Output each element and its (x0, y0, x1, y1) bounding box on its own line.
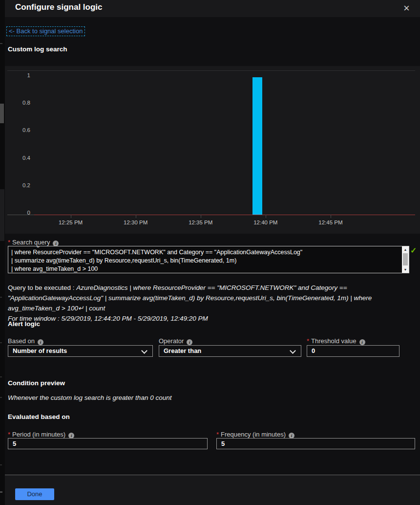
frequency-label: *Frequency (in minutes)i (216, 430, 294, 439)
summary-prefix: Query to be executed : (8, 284, 76, 291)
x-axis-tick-label: 12:40 PM (244, 220, 288, 225)
required-marker: * (8, 239, 10, 246)
scroll-up-icon[interactable]: ▲ (402, 246, 409, 253)
y-axis-tick-label: 0.6 (0, 127, 30, 133)
chart-top-border (7, 70, 415, 71)
x-axis-tick-label: 12:30 PM (114, 220, 158, 225)
preview-bar-chart: 10.80.60.40.2012:25 PM12:30 PM12:35 PM12… (0, 66, 420, 234)
evaluated-based-on-heading: Evaluated based on (8, 413, 70, 420)
left-edge-tick (0, 43, 2, 44)
configure-signal-logic-panel: Configure signal logic × <- Back to sign… (0, 0, 420, 505)
custom-log-search-heading: Custom log search (8, 45, 67, 53)
y-axis-tick-label: 0.4 (0, 155, 30, 161)
x-axis-tick (201, 215, 201, 218)
done-button[interactable]: Done (15, 488, 54, 500)
scroll-down-icon[interactable]: ▼ (402, 266, 409, 273)
query-valid-check-icon: ✓ (410, 246, 417, 255)
period-label: *Period (in minutes)i (8, 430, 74, 439)
left-edge-tick (0, 397, 2, 398)
left-edge-tick (0, 491, 2, 493)
required-marker: * (307, 337, 309, 345)
based-on-label: Based oni (8, 336, 43, 345)
x-axis-tick-label: 12:25 PM (49, 220, 93, 225)
x-axis-tick (71, 215, 71, 218)
threshold-value-input[interactable]: 0 (307, 345, 399, 357)
left-edge-tick (0, 342, 2, 343)
info-icon[interactable]: i (187, 339, 192, 345)
footer (5, 475, 420, 505)
scrollbar-thumb[interactable] (403, 253, 408, 265)
page-title: Configure signal logic (15, 2, 103, 12)
time-window-text: For time window : 5/29/2019, 12:44:20 PM… (8, 313, 417, 324)
chart-background (5, 66, 420, 234)
operator-label: Operatori (159, 336, 192, 345)
left-edge-tick (0, 297, 2, 298)
alert-logic-heading: Alert logic (8, 320, 40, 328)
search-query-input[interactable]: AzureDiagnostics| where ResourceProvider… (8, 246, 409, 273)
left-edge-tick (0, 464, 2, 465)
close-icon[interactable]: × (403, 1, 410, 15)
condition-preview-heading: Condition preview (8, 379, 65, 387)
x-axis-tick (266, 215, 266, 218)
search-query-label: *Search queryi (8, 238, 59, 246)
info-icon[interactable]: i (359, 339, 365, 345)
chevron-down-icon (141, 348, 147, 354)
required-marker: * (8, 431, 10, 438)
query-text: AzureDiagnostics| where ResourceProvider… (11, 246, 392, 273)
threshold-line (34, 215, 415, 215)
x-axis-tick (136, 215, 136, 218)
x-axis-tick-label: 12:35 PM (179, 220, 223, 225)
x-axis-tick-label: 12:45 PM (309, 220, 353, 225)
y-axis-tick-label: 1 (0, 72, 30, 78)
operator-select[interactable]: Greater than (159, 345, 301, 357)
frequency-input[interactable]: 5 (216, 438, 415, 449)
threshold-label: *Threshold valuei (307, 336, 365, 345)
query-scrollbar[interactable]: ▲ ▼ (402, 246, 409, 273)
back-to-signal-selection-link[interactable]: <- Back to signal selection (6, 26, 85, 36)
data-bar (252, 77, 262, 215)
condition-preview-text: Whenever the custom log search is greate… (8, 394, 171, 401)
based-on-select[interactable]: Number of results (8, 345, 153, 357)
y-axis-tick-label: 0.2 (0, 182, 30, 188)
chevron-down-icon (290, 348, 296, 354)
y-axis-tick-label: 0.8 (0, 100, 30, 106)
query-line: | summarize avg(timeTaken_d) by Resource… (11, 257, 392, 265)
period-input[interactable]: 5 (8, 438, 208, 449)
query-to-be-executed: Query to be executed : AzureDiagnostics … (8, 283, 417, 324)
left-edge-tick (0, 376, 2, 377)
required-marker: * (216, 431, 219, 438)
info-icon[interactable]: i (38, 339, 43, 345)
x-axis-line (7, 215, 34, 215)
query-line: | where ResourceProvider == "MICROSOFT.N… (11, 248, 392, 257)
query-line: | where avg_timeTaken_d > 100 (11, 265, 392, 273)
x-axis-tick (331, 215, 331, 218)
